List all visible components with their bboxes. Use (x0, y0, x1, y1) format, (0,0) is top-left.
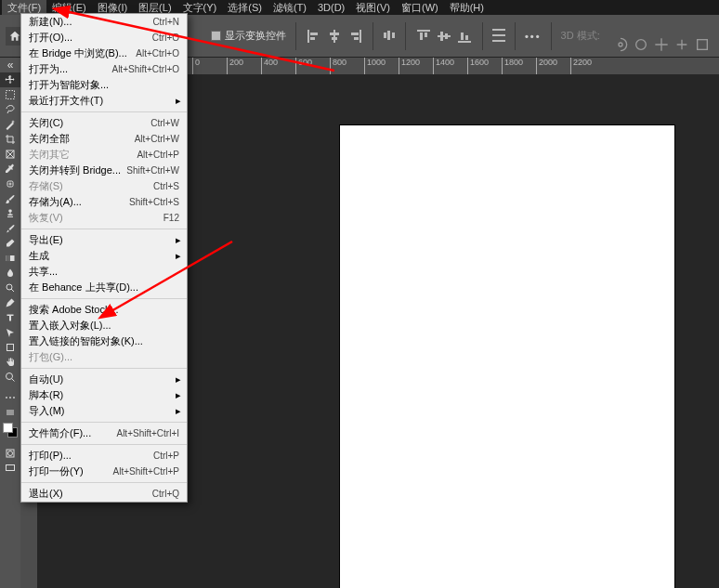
menu-帮助[interactable]: 帮助(H) (444, 0, 490, 16)
menu-item[interactable]: 打印(P)...Ctrl+P (21, 448, 187, 464)
menu-item[interactable]: 生成▸ (21, 248, 187, 264)
move-tool[interactable] (0, 72, 20, 87)
separator (482, 22, 483, 50)
type-tool[interactable] (0, 310, 20, 325)
menu-item[interactable]: 脚本(R)▸ (21, 387, 187, 403)
zoom-tool[interactable] (0, 370, 20, 385)
eraser-tool[interactable] (0, 236, 20, 251)
menu-item[interactable]: 新建(N)...Ctrl+N (21, 14, 187, 30)
3d-pan-icon[interactable] (654, 37, 669, 52)
ruler-tick: 1200 (399, 58, 433, 74)
align-center-h-icon[interactable] (326, 27, 343, 46)
menu-item[interactable]: 打开为...Alt+Shift+Ctrl+O (21, 61, 187, 77)
menu-item[interactable]: 打开(O)...Ctrl+O (21, 30, 187, 46)
submenu-arrow-icon: ▸ (176, 250, 181, 262)
svg-rect-33 (7, 345, 14, 351)
menu-item-shortcut: Ctrl+Q (152, 489, 179, 499)
menu-窗口[interactable]: 窗口(W) (396, 0, 444, 16)
align-left-icon[interactable] (306, 27, 322, 46)
menu-item[interactable]: 共享... (21, 264, 187, 280)
marquee-tool[interactable] (0, 87, 20, 102)
menu-item-shortcut: Alt+Ctrl+O (136, 48, 179, 59)
crop-tool[interactable] (0, 132, 20, 147)
more-options-icon[interactable]: ••• (525, 31, 542, 42)
separator (373, 22, 373, 50)
stamp-tool[interactable] (0, 206, 20, 221)
blur-tool[interactable] (0, 266, 20, 281)
menu-视图[interactable]: 视图(V) (350, 0, 396, 16)
more-tools-icon[interactable]: ⋯ (0, 390, 20, 405)
heal-tool[interactable] (0, 176, 20, 191)
menu-item[interactable]: 打印一份(Y)Alt+Shift+Ctrl+P (21, 464, 187, 479)
align-bottom-icon[interactable] (456, 27, 473, 46)
history-brush-tool[interactable] (0, 221, 20, 236)
svg-rect-31 (7, 255, 11, 261)
collapse-icon[interactable]: « (0, 58, 20, 72)
brush-tool[interactable] (0, 191, 20, 206)
lasso-tool[interactable] (0, 102, 20, 117)
menu-item[interactable]: 最近打开文件(T)▸ (21, 93, 187, 109)
menu-3d[interactable]: 3D(D) (312, 1, 350, 14)
3d-slide-icon[interactable] (674, 37, 689, 52)
ruler-tick: 600 (295, 58, 330, 74)
menu-item[interactable]: 在 Behance 上共享(D)... (21, 280, 187, 295)
svg-rect-21 (492, 29, 505, 31)
align-right-icon[interactable] (346, 27, 363, 46)
wand-tool[interactable] (0, 117, 20, 132)
menu-item[interactable]: 关闭(C)Ctrl+W (21, 115, 187, 131)
submenu-arrow-icon: ▸ (176, 405, 181, 417)
align-top-icon[interactable] (415, 27, 432, 46)
menu-item[interactable]: 在 Bridge 中浏览(B)...Alt+Ctrl+O (21, 46, 187, 61)
eyedropper-tool[interactable] (0, 162, 20, 176)
quick-mask-icon[interactable] (0, 446, 20, 461)
menu-选择[interactable]: 选择(S) (222, 0, 268, 16)
svg-rect-18 (458, 41, 471, 43)
gradient-tool[interactable] (0, 251, 20, 266)
separator (405, 22, 406, 50)
menu-item[interactable]: 搜索 Adobe Stock... (21, 302, 187, 318)
menu-item[interactable]: 关闭并转到 Bridge...Shift+Ctrl+W (21, 163, 187, 178)
svg-rect-14 (425, 33, 427, 37)
menu-item[interactable]: 文件简介(F)...Alt+Shift+Ctrl+I (21, 425, 187, 441)
svg-rect-12 (417, 30, 430, 32)
align-distribute-icon[interactable] (383, 29, 396, 44)
hand-tool[interactable] (0, 355, 20, 370)
svg-rect-23 (492, 40, 505, 42)
svg-rect-13 (420, 33, 423, 40)
menu-item[interactable]: 自动(U)▸ (21, 372, 187, 387)
svg-rect-5 (332, 37, 337, 40)
svg-rect-7 (351, 33, 359, 35)
menu-item[interactable]: 导出(E)▸ (21, 232, 187, 248)
distribute-v-icon[interactable] (492, 29, 505, 44)
pen-tool[interactable] (0, 295, 20, 310)
document-canvas[interactable] (340, 125, 674, 588)
menu-item-label: 最近打开文件(T) (29, 94, 179, 108)
svg-rect-0 (307, 30, 309, 43)
menu-item[interactable]: 关闭全部Alt+Ctrl+W (21, 131, 187, 147)
menu-item[interactable]: 存储为(A)...Shift+Ctrl+S (21, 194, 187, 210)
menu-item-label: 关闭全部 (29, 132, 135, 146)
menu-item-label: 打开(O)... (29, 31, 152, 45)
3d-orbit-icon[interactable] (613, 37, 628, 52)
menu-滤镜[interactable]: 滤镜(T) (268, 0, 312, 16)
shape-tool[interactable] (0, 340, 20, 355)
align-middle-icon[interactable] (436, 27, 452, 46)
screen-mode-icon[interactable] (0, 461, 20, 476)
frame-tool[interactable] (0, 147, 20, 162)
dodge-tool[interactable] (0, 281, 20, 295)
menu-item[interactable]: 置入链接的智能对象(K)... (21, 333, 187, 349)
menu-item[interactable]: 打开为智能对象... (21, 77, 187, 93)
svg-rect-37 (7, 465, 15, 471)
menu-item-label: 新建(N)... (29, 15, 152, 29)
3d-scale-icon[interactable] (695, 37, 710, 52)
color-swatches[interactable] (3, 423, 18, 438)
show-transform-controls-checkbox[interactable]: 显示变换控件 (211, 29, 286, 43)
menu-item[interactable]: 退出(X)Ctrl+Q (21, 486, 187, 502)
menu-item[interactable]: 导入(M)▸ (21, 403, 187, 419)
edit-toolbar-icon[interactable] (0, 405, 20, 420)
separator (515, 22, 516, 50)
path-tool[interactable] (0, 325, 20, 340)
menu-item[interactable]: 置入嵌入对象(L)... (21, 318, 187, 333)
menu-item-shortcut: Alt+Shift+Ctrl+O (111, 64, 179, 74)
3d-roll-icon[interactable] (634, 37, 648, 52)
